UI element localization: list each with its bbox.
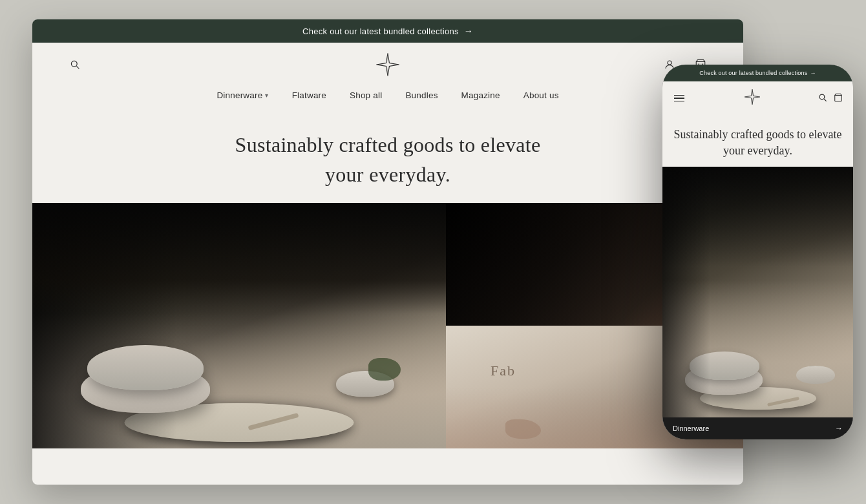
nav-item-about-us[interactable]: About us [523, 90, 559, 100]
phone-hero-image [662, 167, 853, 417]
announcement-bar[interactable]: Check out our latest bundled collections… [32, 19, 743, 43]
hamburger-icon [674, 95, 684, 102]
phone-announcement-bar[interactable]: Check out our latest bundled collections… [662, 65, 853, 81]
phone-screen: Check out our latest bundled collections… [662, 65, 853, 439]
phone-announcement-arrow: → [810, 70, 816, 76]
phone-bottom-bar-arrow: → [835, 424, 843, 433]
svg-line-9 [824, 99, 827, 101]
phone-announcement-text: Check out our latest bundled collections [699, 70, 807, 76]
phone-bottom-bar-label: Dinnerware [673, 425, 709, 432]
phone-logo-container[interactable] [743, 88, 761, 109]
announcement-arrow: → [464, 26, 473, 36]
phone-bottom-bar[interactable]: Dinnerware → [662, 417, 853, 439]
phone-nav-icons [818, 93, 843, 104]
phone-hero-text: Sustainably crafted goods to elevate you… [662, 115, 853, 167]
phone-search-icon [818, 93, 827, 102]
nav-item-flatware[interactable]: Flatware [292, 90, 326, 100]
phone-hero-headline: Sustainably crafted goods to elevate you… [673, 127, 843, 159]
nav-item-magazine[interactable]: Magazine [461, 90, 500, 100]
nav-item-dinnerware[interactable]: Dinnerware ▾ [216, 90, 268, 100]
phone-menu-button[interactable] [673, 94, 686, 103]
header [32, 43, 743, 87]
nav-item-shop-all[interactable]: Shop all [350, 90, 382, 100]
hero-text: Sustainably crafted goods to elevate you… [32, 109, 743, 203]
header-left [65, 54, 85, 75]
search-icon [70, 59, 80, 70]
brand-logo [374, 51, 401, 78]
svg-line-1 [76, 66, 79, 68]
hero-images: Fab [32, 203, 743, 448]
svg-point-4 [668, 61, 671, 65]
phone-cart-button[interactable] [834, 93, 843, 104]
nav-bar: Dinnerware ▾ Flatware Shop all Bundles M… [32, 87, 743, 109]
svg-point-8 [819, 94, 825, 100]
chevron-down-icon: ▾ [265, 92, 268, 99]
hero-headline: Sustainably crafted goods to elevate you… [45, 130, 730, 190]
svg-marker-3 [379, 56, 396, 72]
svg-marker-7 [746, 92, 757, 103]
phone-header [662, 81, 853, 115]
nav-item-bundles[interactable]: Bundles [405, 90, 438, 100]
announcement-text: Check out our latest bundled collections [302, 26, 459, 36]
search-button[interactable] [65, 54, 85, 75]
mobile-phone: Check out our latest bundled collections… [662, 65, 853, 439]
svg-point-0 [71, 61, 77, 67]
hero-left-image [32, 203, 446, 448]
hero-left-image-inner [32, 203, 446, 448]
desktop-browser: Check out our latest bundled collections… [32, 19, 743, 485]
phone-cart-icon [834, 93, 843, 102]
outer-wrapper: Check out our latest bundled collections… [0, 0, 866, 504]
phone-brand-logo [743, 88, 761, 106]
phone-search-button[interactable] [818, 93, 827, 104]
logo-container[interactable] [374, 51, 401, 78]
